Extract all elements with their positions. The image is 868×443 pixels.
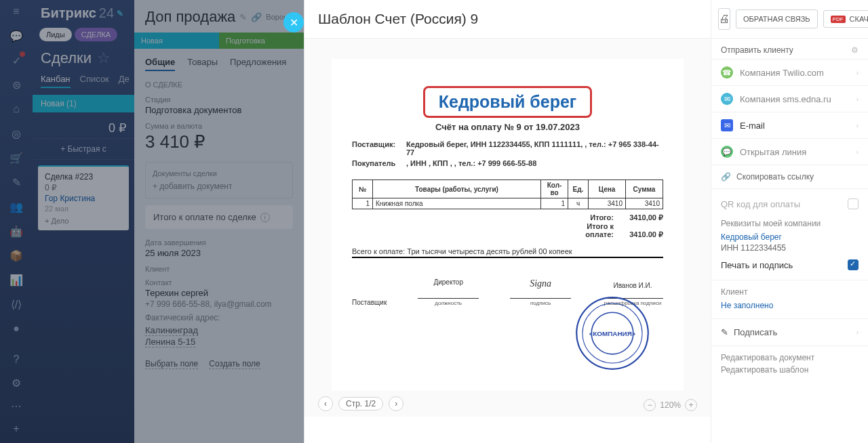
tab-goods[interactable]: Товары xyxy=(187,57,218,71)
add-doc-button[interactable]: + добавить документ xyxy=(153,182,285,191)
pdf-badge: PDF xyxy=(831,16,846,23)
qr-checkbox[interactable] xyxy=(848,198,859,209)
edit-document-link[interactable]: Редактировать документ xyxy=(721,353,859,362)
pay-value: 3410.00 ₽ xyxy=(616,230,663,239)
docs-label: Документы сделки xyxy=(153,169,285,177)
tab-leads[interactable]: Лиды xyxy=(39,28,72,41)
deal-card-person[interactable]: Гор Кристина xyxy=(45,194,122,203)
zoom-in[interactable]: + xyxy=(685,399,697,411)
openline-icon: 💬 xyxy=(721,146,733,158)
handwritten-signature: Signa xyxy=(510,278,571,289)
company-name: Кедровый берег xyxy=(439,92,577,111)
cart-icon[interactable]: 🛒 xyxy=(10,152,22,164)
section-title-text: Сделки xyxy=(41,49,92,67)
deal-card-add-task[interactable]: + Дело xyxy=(45,217,122,225)
tab-offers[interactable]: Предложения xyxy=(230,57,286,71)
brand-name: Битрикс xyxy=(41,5,96,21)
send-twilio-label: Компания Twilio.com xyxy=(740,68,824,78)
filter-icon[interactable]: ⊜ xyxy=(10,79,22,91)
send-openline[interactable]: 💬 Открытая линия › xyxy=(711,138,868,165)
stage-count: (1) xyxy=(66,99,77,108)
detail-tabs: Общие Товары Предложения xyxy=(145,57,293,71)
deal-card-title[interactable]: Сделка #223 xyxy=(45,172,122,182)
send-email[interactable]: ✉ E-mail › xyxy=(711,112,868,138)
end-date-label: Дата завершения xyxy=(145,238,293,247)
td-qty: 1 xyxy=(541,198,568,209)
company-stamp: «КОМПАНИЯ» xyxy=(575,296,650,371)
buyer-label: Покупатель xyxy=(352,159,406,167)
pager-next[interactable]: › xyxy=(389,396,403,411)
contacts-icon[interactable]: 👥 xyxy=(10,201,22,213)
code-icon[interactable]: ⟨/⟩ xyxy=(10,298,22,310)
sms-icon: ✉ xyxy=(721,93,733,105)
chevron-right-icon: › xyxy=(856,122,859,129)
brand-suffix: 24 xyxy=(99,5,114,21)
help-icon[interactable]: ? xyxy=(10,354,22,366)
target-icon[interactable]: ◎ xyxy=(10,127,22,140)
edit-template-link[interactable]: Редактировать шаблон xyxy=(721,365,859,375)
box-icon[interactable]: 📦 xyxy=(10,249,22,261)
link-icon: 🔗 xyxy=(721,172,731,182)
pager-prev[interactable]: ‹ xyxy=(318,396,333,411)
sign-row[interactable]: ✎ Подписать › xyxy=(711,318,868,345)
pager: ‹ Стр. 1/2 › xyxy=(318,396,403,411)
view-kanban[interactable]: Канбан xyxy=(41,74,71,88)
robot-icon[interactable]: 🤖 xyxy=(10,225,22,237)
stage-name: Новая xyxy=(41,99,64,108)
zoom-value: 120% xyxy=(660,400,681,410)
contact-phone: +7 999 666-55-88, ilya@gmail.com xyxy=(145,299,293,309)
view-list[interactable]: Список xyxy=(80,74,109,88)
info-icon[interactable]: i xyxy=(260,213,270,222)
plus-icon[interactable]: + xyxy=(10,423,22,435)
circle-icon[interactable]: ● xyxy=(10,322,22,335)
quick-add-button[interactable]: + Быстрая с xyxy=(33,138,134,160)
td-unit: ч xyxy=(568,198,589,209)
requisites-company[interactable]: Кедровый берег xyxy=(721,232,859,242)
address-street[interactable]: Ленина 5-15 xyxy=(145,337,195,347)
brand-logo[interactable]: Битрикс24 ✎ xyxy=(33,5,134,28)
chat-icon[interactable]: 💬 xyxy=(10,30,22,42)
pencil-icon: ✎ xyxy=(117,9,123,18)
link-icon[interactable]: 🔗 xyxy=(251,12,262,22)
deal-card[interactable]: Сделка #223 0 ₽ Гор Кристина 22 мая + Де… xyxy=(38,165,129,230)
send-settings-icon[interactable]: ⚙ xyxy=(851,45,859,55)
select-field-link[interactable]: Выбрать поле xyxy=(145,359,198,369)
feedback-button[interactable]: ОБРАТНАЯ СВЯЗЬ xyxy=(736,9,818,28)
client-value[interactable]: Не заполнено xyxy=(721,301,859,310)
stage-prep[interactable]: Подготовка xyxy=(219,33,304,49)
svg-text:«КОМПАНИЯ»: «КОМПАНИЯ» xyxy=(589,330,636,337)
tasks-icon[interactable]: ✓ xyxy=(10,54,22,66)
section-title: Сделки ☆ xyxy=(33,49,134,74)
pager-text: Стр. 1/2 xyxy=(338,397,383,410)
contact-name[interactable]: Терехин сергей xyxy=(145,288,293,298)
amount-in-words: Всего к оплате: Три тысячи четыреста дес… xyxy=(352,247,663,258)
stamp-checkbox[interactable] xyxy=(848,259,859,270)
edit-icon[interactable]: ✎ xyxy=(10,176,22,188)
send-sms[interactable]: ✉ Компания sms.edna.ru › xyxy=(711,85,868,112)
chevron-right-icon: › xyxy=(856,148,859,156)
close-panel-button[interactable]: ✕ xyxy=(283,12,304,33)
home-icon[interactable]: ⌂ xyxy=(10,103,22,115)
copy-link-row[interactable]: 🔗 Скопировать ссылку xyxy=(711,165,868,189)
stage-new[interactable]: Новая xyxy=(134,33,219,49)
tab-deal[interactable]: СДЕЛКА xyxy=(75,28,117,41)
star-icon[interactable]: ☆ xyxy=(97,49,111,67)
create-field-link[interactable]: Создать поле xyxy=(209,359,260,369)
address-city[interactable]: Калининград xyxy=(145,325,198,336)
stats-icon[interactable]: 📊 xyxy=(10,274,22,286)
stage-header[interactable]: Новая (1) xyxy=(33,95,134,112)
send-email-label: E-mail xyxy=(740,121,765,131)
view-more[interactable]: Де xyxy=(119,74,130,88)
buyer-value: , ИНН , КПП , , тел.: +7 999 666-55-88 xyxy=(406,159,663,167)
print-button[interactable]: 🖨 xyxy=(718,8,730,30)
more-icon[interactable]: ⋯ xyxy=(10,400,22,412)
edit-title-icon[interactable]: ✎ xyxy=(239,12,247,22)
menu-icon[interactable]: ≡ xyxy=(10,5,22,18)
send-twilio[interactable]: ☎ Компания Twilio.com › xyxy=(711,59,868,85)
sitemap-icon[interactable]: ⚙ xyxy=(10,377,22,389)
zoom-out[interactable]: − xyxy=(644,399,656,411)
tab-general[interactable]: Общие xyxy=(145,57,175,71)
payment-label: Итого к оплате по сделке xyxy=(153,212,256,222)
sum-field-label: Сумма и валюта xyxy=(145,122,293,130)
download-button[interactable]: PDF СКАЧАТЬ xyxy=(823,10,868,28)
